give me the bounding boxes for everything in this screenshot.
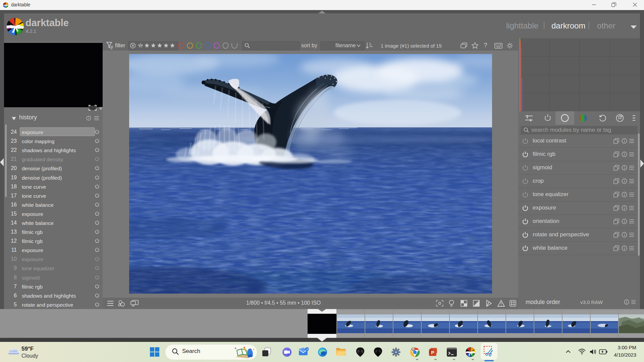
- svg-text:P: P: [431, 350, 434, 355]
- svg-text:8: 8: [306, 348, 308, 351]
